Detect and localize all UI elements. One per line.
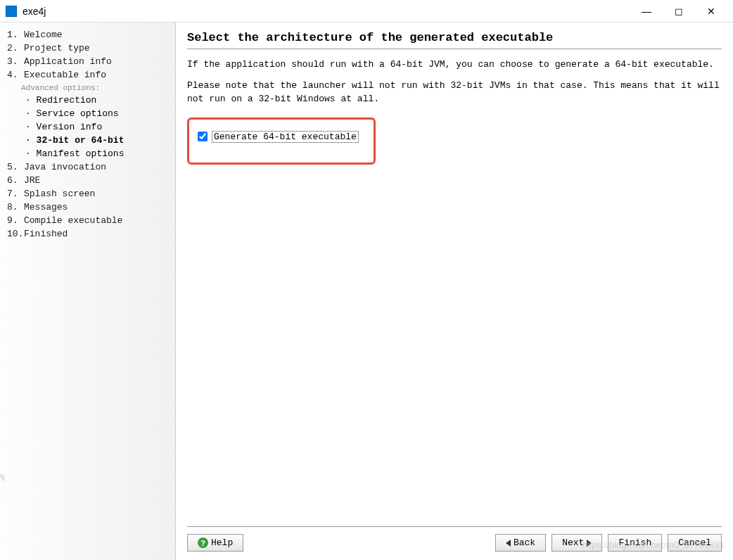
substep-service-options[interactable]: Service options — [6, 107, 175, 120]
titlebar: exe4j — ◻ ✕ — [0, 0, 733, 23]
step-jre[interactable]: 6.JRE — [6, 174, 175, 187]
generate-64bit-row: Generate 64-bit executable — [198, 131, 365, 143]
help-button[interactable]: ? Help — [187, 534, 243, 552]
brand-watermark: exe4j — [0, 473, 6, 543]
step-messages[interactable]: 8.Messages — [6, 201, 175, 214]
description-1: If the application should run with a 64-… — [187, 58, 722, 72]
main-panel: Select the architecture of the generated… — [176, 23, 733, 560]
finish-button[interactable]: Finish — [608, 534, 662, 552]
highlight-box: Generate 64-bit executable — [187, 117, 376, 165]
cancel-button[interactable]: Cancel — [668, 534, 722, 552]
step-splash-screen[interactable]: 7.Splash screen — [6, 187, 175, 201]
description-2: Please note that the launcher will not r… — [187, 79, 722, 106]
substep-manifest-options[interactable]: Manifest options — [6, 147, 175, 160]
next-button[interactable]: Next — [552, 534, 602, 552]
arrow-left-icon — [506, 540, 511, 547]
body-area: 1.Welcome 2.Project type 3.Application i… — [0, 23, 733, 560]
step-compile-executable[interactable]: 9.Compile executable — [6, 214, 175, 227]
window-controls: — ◻ ✕ — [630, 1, 727, 22]
app-icon — [6, 6, 17, 17]
step-application-info[interactable]: 3.Application info — [6, 55, 175, 68]
step-project-type[interactable]: 2.Project type — [6, 42, 175, 55]
back-button[interactable]: Back — [495, 534, 546, 552]
maximize-button[interactable]: ◻ — [663, 1, 695, 22]
step-executable-info[interactable]: 4.Executable info — [6, 68, 175, 82]
substep-32-or-64-bit[interactable]: 32-bit or 64-bit — [6, 134, 175, 147]
step-finished[interactable]: 10.Finished — [6, 227, 175, 241]
substep-version-info[interactable]: Version info — [6, 120, 175, 134]
help-icon: ? — [198, 537, 208, 548]
close-button[interactable]: ✕ — [695, 1, 727, 22]
sidebar: 1.Welcome 2.Project type 3.Application i… — [0, 23, 176, 560]
footer: ? Help Back Next Finish Cancel — [187, 527, 722, 554]
window-title: exe4j — [23, 6, 630, 17]
substep-redirection[interactable]: Redirection — [6, 94, 175, 107]
step-java-invocation[interactable]: 5.Java invocation — [6, 160, 175, 174]
advanced-options-header: Advanced options: — [6, 82, 175, 94]
generate-64bit-checkbox[interactable] — [198, 132, 208, 141]
page-title: Select the architecture of the generated… — [187, 31, 722, 49]
arrow-right-icon — [587, 540, 592, 547]
minimize-button[interactable]: — — [630, 1, 663, 22]
step-welcome[interactable]: 1.Welcome — [6, 28, 175, 42]
generate-64bit-label[interactable]: Generate 64-bit executable — [212, 131, 359, 143]
